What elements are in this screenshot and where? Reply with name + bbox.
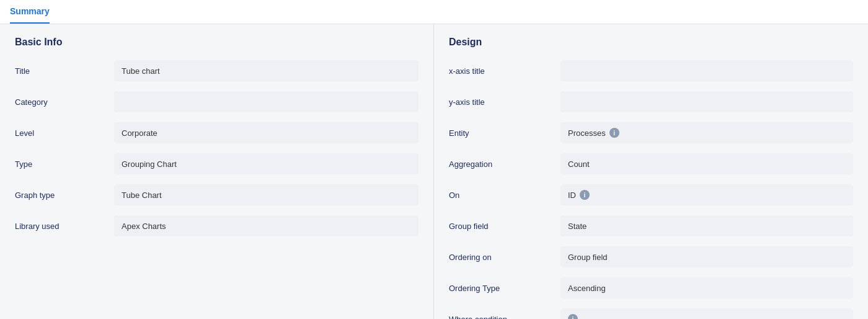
library-value: Apex Charts <box>114 215 418 236</box>
title-value: Tube chart <box>114 60 418 81</box>
yaxis-value <box>560 91 853 112</box>
where-condition-label: Where condition <box>449 315 560 320</box>
page-container: Summary Basic Info Title Tube chart Cate… <box>0 0 868 319</box>
ordering-type-label: Ordering Type <box>449 284 560 293</box>
field-row-category: Category <box>15 91 418 112</box>
field-row-title: Title Tube chart <box>15 60 418 81</box>
entity-value: Processes i <box>560 122 853 143</box>
entity-text: Processes <box>568 128 606 138</box>
level-value: Corporate <box>114 122 418 143</box>
on-info-icon[interactable]: i <box>580 190 590 200</box>
ordering-on-value: Group field <box>560 246 853 267</box>
on-text: ID <box>568 191 576 200</box>
aggregation-value: Count <box>560 153 853 174</box>
where-condition-info-icon[interactable]: i <box>568 314 578 319</box>
group-field-label: Group field <box>449 222 560 231</box>
design-row-xaxis: x-axis title <box>449 60 853 81</box>
category-label: Category <box>15 97 114 107</box>
design-row-entity: Entity Processes i <box>449 122 853 143</box>
content-area: Basic Info Title Tube chart Category Lev… <box>0 24 868 319</box>
design-row-where-condition: Where condition i <box>449 308 853 319</box>
field-row-library: Library used Apex Charts <box>15 215 418 236</box>
title-label: Title <box>15 66 114 76</box>
field-row-type: Type Grouping Chart <box>15 153 418 174</box>
category-value <box>114 91 418 112</box>
entity-label: Entity <box>449 128 560 138</box>
design-row-on: On ID i <box>449 184 853 205</box>
graph-type-label: Graph type <box>15 191 114 200</box>
xaxis-value <box>560 60 853 81</box>
design-row-group-field: Group field State <box>449 215 853 236</box>
ordering-type-value: Ascending <box>560 277 853 299</box>
entity-info-icon[interactable]: i <box>609 128 619 138</box>
on-value: ID i <box>560 184 853 205</box>
field-row-graph-type: Graph type Tube Chart <box>15 184 418 205</box>
summary-tab[interactable]: Summary <box>10 0 50 24</box>
ordering-on-label: Ordering on <box>449 253 560 262</box>
type-label: Type <box>15 160 114 169</box>
graph-type-value: Tube Chart <box>114 184 418 205</box>
field-row-level: Level Corporate <box>15 122 418 143</box>
design-row-yaxis: y-axis title <box>449 91 853 112</box>
design-title: Design <box>449 37 853 48</box>
yaxis-label: y-axis title <box>449 97 560 107</box>
where-condition-value: i <box>560 308 853 319</box>
design-row-ordering-type: Ordering Type Ascending <box>449 277 853 299</box>
group-field-value: State <box>560 215 853 236</box>
level-label: Level <box>15 128 114 138</box>
library-label: Library used <box>15 222 114 231</box>
right-panel: Design x-axis title y-axis title Entity … <box>434 24 868 319</box>
basic-info-title: Basic Info <box>15 37 418 48</box>
type-value: Grouping Chart <box>114 153 418 174</box>
left-panel: Basic Info Title Tube chart Category Lev… <box>0 24 434 319</box>
aggregation-label: Aggregation <box>449 160 560 169</box>
design-row-aggregation: Aggregation Count <box>449 153 853 174</box>
on-label: On <box>449 191 560 200</box>
design-row-ordering-on: Ordering on Group field <box>449 246 853 267</box>
tab-bar: Summary <box>0 0 868 24</box>
xaxis-label: x-axis title <box>449 66 560 76</box>
